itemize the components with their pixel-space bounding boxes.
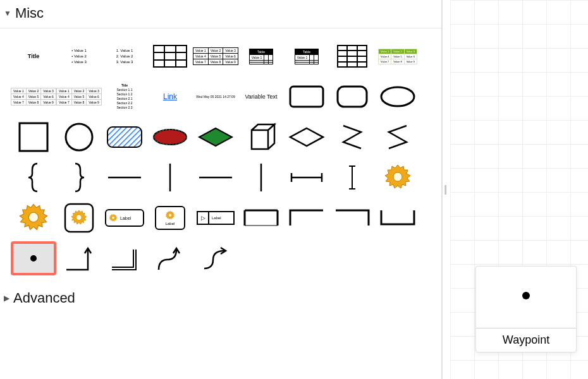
line-h-icon [107,174,142,181]
shape-timestamp[interactable]: Wed May 05 2021 14:27:09 [193,80,238,113]
tooltip-label: Waypoint [476,328,576,352]
shape-diamond-outline[interactable] [285,121,329,153]
sketch-rect-icon [106,126,143,148]
line-v-icon [167,162,173,193]
svg-point-35 [77,215,82,220]
shape-label-stacked[interactable]: Label [148,202,192,234]
gear-icon [165,210,175,220]
shape-table-header[interactable]: Table Value 1 [239,40,283,73]
gear-boxed-icon [63,202,95,234]
shape-brace-right[interactable] [57,161,101,194]
svg-rect-0 [154,45,187,67]
sidebar-splitter[interactable]: || [443,0,450,379]
shape-dimension-arrow[interactable] [285,161,329,194]
shape-preview-tooltip: Waypoint [475,266,577,352]
svg-rect-12 [338,87,367,107]
zigzag-icon [338,123,366,151]
table-grid-icon [153,45,187,68]
diamond-icon [288,126,326,148]
circle-icon [63,121,95,153]
shape-bracket-top-right[interactable] [330,202,374,234]
shape-zigzag-right[interactable] [330,121,374,153]
svg-point-39 [30,255,37,262]
curve-arrow-icon [155,244,185,272]
rounded-rect-icon [289,85,324,108]
shape-rounded-rect-2[interactable] [330,80,374,113]
canvas[interactable]: Waypoint [450,0,588,379]
shape-sketch-diamond-green[interactable] [193,121,238,153]
shape-circle[interactable] [57,121,101,153]
shape-brace-left[interactable] [11,161,56,194]
svg-rect-11 [290,87,323,107]
rounded-rect-icon [336,85,368,108]
shape-line-horizontal-2[interactable] [193,161,238,194]
shapes-grid-misc: Title • Value 1 • Value 2 • Value 3 1. V… [0,28,441,284]
shape-label-wide[interactable]: Label [102,202,147,234]
shape-table-grid[interactable] [148,40,192,73]
sketch-diamond-icon [197,126,235,148]
table-outline-icon [337,45,367,68]
gear-icon [109,214,118,222]
svg-rect-17 [107,127,142,147]
ellipse-icon [379,85,416,108]
shape-table-outlined[interactable] [330,40,374,73]
shape-gear-boxed[interactable] [57,202,101,234]
shape-cube[interactable] [239,121,283,153]
shape-play-label[interactable]: ▷ Label [193,202,238,234]
shape-text-cursor[interactable] [330,161,374,194]
chevron-right-icon: ▶ [4,294,9,303]
svg-rect-14 [20,123,47,151]
shape-table-light-1[interactable]: Value 1Value 2Value 3 Value 4Value 5Valu… [11,80,56,113]
shape-gear-icon[interactable] [376,161,420,194]
shape-u-bracket[interactable] [376,202,420,234]
rect-top-icon [243,209,279,227]
shape-arrow-elbow-up[interactable] [57,242,101,275]
shape-gear-large[interactable] [11,202,56,234]
shape-variable-text[interactable]: Variable Text [239,80,283,113]
shape-rounded-rect-1[interactable] [285,80,329,113]
square-icon [18,121,49,153]
shape-table-header-2[interactable]: Table Value 1 [285,40,329,73]
svg-point-33 [28,212,38,222]
gear-icon [383,163,412,192]
shape-title[interactable]: Title [11,40,56,73]
shape-numbered-list[interactable]: 1. Value 1 2. Value 2 3. Value 3 [102,40,147,73]
shape-sketch-rect-blue[interactable] [102,121,147,153]
shape-sidebar: ▼ Misc Title • Value 1 • Value 2 • Value… [0,0,443,379]
shape-rect-top-border[interactable] [239,202,283,234]
shape-line-vertical-1[interactable] [148,161,192,194]
shape-table-green[interactable]: Value 1Value 2Value 3 Value 4Value 5Valu… [376,40,420,73]
shape-bracket-top-left[interactable] [285,202,329,234]
section-header-misc[interactable]: ▼ Misc [0,0,441,28]
shape-bulleted-list[interactable]: • Value 1 • Value 2 • Value 3 [57,40,101,73]
shape-link[interactable]: Link [148,80,192,113]
shape-line-vertical-2[interactable] [239,161,283,194]
shape-arrow-elbow-double[interactable] [102,242,147,275]
shape-ellipse-outline[interactable] [376,80,420,113]
svg-marker-21 [290,128,323,146]
section-header-advanced[interactable]: ▶ Advanced [0,284,441,313]
shape-zigzag-left[interactable] [376,121,420,153]
shape-line-horizontal[interactable] [102,161,147,194]
gear-icon [18,202,49,234]
shape-document-structure[interactable]: Title Section 1.1 Section 1.2 Section 2.… [102,80,147,113]
shape-curve-arrow-1[interactable] [148,242,192,275]
svg-marker-20 [199,128,232,146]
waypoint-icon [30,255,37,262]
cursor-icon [348,164,357,191]
shape-waypoint[interactable] [11,242,56,275]
sketch-ellipse-icon [152,128,188,147]
shape-sketch-ellipse-red[interactable] [148,121,192,153]
shape-table-values[interactable]: Value 1Value 2Value 3 Value 4Value 5Valu… [193,40,238,73]
shape-curve-arrow-2[interactable] [193,242,238,275]
splitter-handle-icon: || [444,184,445,195]
brace-right-icon [71,162,87,193]
section-title-misc: Misc [15,5,44,21]
play-icon: ▷ [198,212,209,224]
bracket-icon [334,209,370,227]
shape-square[interactable] [11,121,56,153]
svg-point-15 [66,124,92,150]
zigzag-icon [384,123,412,151]
curve-arrow-icon [200,244,231,272]
shape-table-light-2[interactable]: Value 1Value 2Value 3 Value 4Value 5Valu… [57,80,101,113]
